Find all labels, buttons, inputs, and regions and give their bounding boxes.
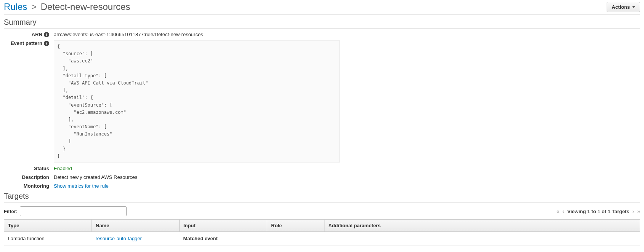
col-additional[interactable]: Additional parameters [324,220,640,232]
cell-input: Matched event [180,232,267,246]
chevron-down-icon [632,6,635,8]
info-icon[interactable]: i [44,32,49,37]
description-value: Detect newly created AWS Resources [51,174,137,180]
pager-next-icon[interactable]: › [633,208,634,214]
pager-prev-icon[interactable]: ‹ [562,208,564,214]
arn-label: ARN [32,32,42,37]
cell-additional [324,232,640,246]
monitoring-label: Monitoring [24,183,49,189]
cell-role [267,232,324,246]
breadcrumb-root-link[interactable]: Rules [4,2,27,12]
pager: « ‹ Viewing 1 to 1 of 1 Targets › » [556,208,640,214]
breadcrumb-current: Detect-new-resources [41,2,130,12]
description-label: Description [22,174,49,180]
event-pattern-label: Event pattern [11,40,42,46]
filter-label: Filter: [4,209,18,214]
actions-button-label: Actions [612,4,630,10]
actions-button[interactable]: Actions [607,2,640,12]
table-row[interactable]: Lambda function resource-auto-tagger Mat… [4,232,640,246]
cell-type: Lambda function [4,232,92,246]
cell-name-link[interactable]: resource-auto-tagger [96,236,142,241]
targets-table: Type Name Input Role Additional paramete… [4,219,640,246]
pager-first-icon[interactable]: « [556,208,559,214]
col-name[interactable]: Name [92,220,180,232]
col-role[interactable]: Role [267,220,324,232]
targets-heading: Targets [4,192,640,203]
event-pattern-code: { "source": [ "aws.ec2" ], "detail-type"… [54,40,340,163]
filter-input[interactable] [20,206,127,216]
breadcrumb: Rules > Detect-new-resources [4,2,130,12]
status-value: Enabled [51,165,72,171]
info-icon[interactable]: i [44,41,49,46]
pager-text: Viewing 1 to 1 of 1 Targets [567,209,630,214]
summary-heading: Summary [4,18,640,29]
col-type[interactable]: Type [4,220,92,232]
col-input[interactable]: Input [180,220,267,232]
pager-last-icon[interactable]: » [637,208,640,214]
status-label: Status [34,166,49,171]
monitoring-link[interactable]: Show metrics for the rule [54,183,109,189]
breadcrumb-separator: > [31,2,37,12]
arn-value: arn:aws:events:us-east-1:406651011877:ru… [51,31,203,37]
